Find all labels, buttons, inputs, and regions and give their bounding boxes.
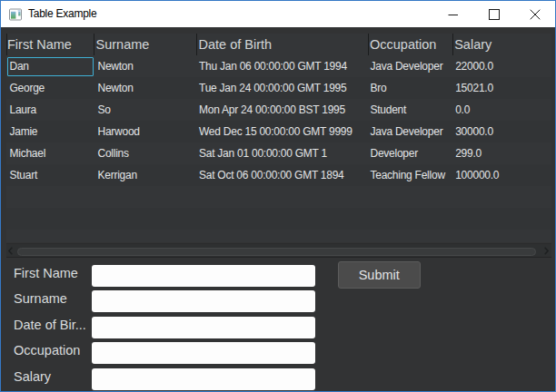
scroll-left-icon[interactable] <box>8 247 13 255</box>
maximize-icon <box>489 9 500 20</box>
table-cell[interactable]: Laura <box>6 99 94 121</box>
table-cell[interactable]: Collins <box>94 142 196 164</box>
form-label-salary: Salary <box>14 366 51 387</box>
table-cell[interactable]: Bro <box>368 77 452 99</box>
table-cell[interactable]: Dan <box>6 55 94 77</box>
table-cell[interactable]: Kerrigan <box>94 164 196 186</box>
form-label-date-of-birth: Date of Bir... <box>14 314 86 336</box>
table-header-row: First NameSurnameDate of BirthOccupation… <box>6 34 551 55</box>
table-row[interactable]: StuartKerriganSat Oct 06 00:00:00 GMT 18… <box>6 164 551 186</box>
column-header-first-name[interactable]: First Name <box>6 34 94 55</box>
table-cell[interactable]: Thu Jan 06 00:00:00 GMT 1994 <box>196 55 368 77</box>
table-cell[interactable]: Wed Dec 15 00:00:00 GMT 9999 <box>196 121 368 142</box>
table: First NameSurnameDate of BirthOccupation… <box>6 33 551 258</box>
table-cell[interactable]: So <box>94 99 196 121</box>
table-cell[interactable]: Tue Jan 24 00:00:00 GMT 1995 <box>196 77 368 99</box>
table-cell[interactable]: 0.0 <box>452 99 551 121</box>
horizontal-scrollbar[interactable] <box>6 243 551 258</box>
salary-input[interactable] <box>92 368 315 390</box>
maximize-button[interactable] <box>473 1 514 27</box>
table-cell[interactable]: 100000.0 <box>452 164 551 186</box>
table-cell[interactable]: 15021.0 <box>452 77 551 99</box>
submit-button[interactable]: Submit <box>338 261 421 289</box>
table-row-background <box>6 230 551 242</box>
first-name-input[interactable] <box>92 265 315 287</box>
table-cell[interactable]: Stuart <box>6 164 94 186</box>
minimize-button[interactable] <box>432 1 473 27</box>
table-cell[interactable]: Mon Apr 24 00:00:00 BST 1995 <box>196 99 368 121</box>
column-header-occupation[interactable]: Occupation <box>368 34 452 55</box>
table-cell[interactable]: Developer <box>368 142 452 164</box>
table-row[interactable]: LauraSoMon Apr 24 00:00:00 BST 1995Stude… <box>6 99 551 121</box>
title-bar[interactable]: Table Example <box>1 1 555 27</box>
table-cell[interactable]: Sat Oct 06 00:00:00 GMT 1894 <box>196 164 368 186</box>
table-cell[interactable]: 30000.0 <box>452 121 551 142</box>
table-cell[interactable]: Harwood <box>94 121 196 142</box>
scroll-right-icon[interactable] <box>544 247 549 255</box>
table-cell[interactable]: Sat Jan 01 00:00:00 GMT 1 <box>196 142 368 164</box>
table-cell[interactable]: Teaching Fellow <box>368 164 452 186</box>
occupation-input[interactable] <box>92 342 315 364</box>
app-icon <box>9 8 22 21</box>
app-window: Table Example First NameSurnameDate of B… <box>0 0 556 392</box>
form-label-first-name: First Name <box>14 262 78 284</box>
surname-input[interactable] <box>92 290 315 312</box>
table-row-background <box>6 208 551 230</box>
table-cell[interactable]: 22000.0 <box>452 55 551 77</box>
form-label-surname: Surname <box>14 288 67 309</box>
table-cell[interactable]: Java Developer <box>368 121 452 142</box>
table-cell[interactable]: Michael <box>6 142 94 164</box>
close-icon <box>530 9 541 20</box>
table-cell[interactable]: Student <box>368 99 452 121</box>
column-header-date-of-birth[interactable]: Date of Birth <box>196 34 368 55</box>
table-cell[interactable]: 299.0 <box>452 142 551 164</box>
column-header-salary[interactable]: Salary <box>452 34 551 55</box>
table-row[interactable]: DanNewtonThu Jan 06 00:00:00 GMT 1994Jav… <box>6 55 551 77</box>
table-cell[interactable]: Java Developer <box>368 55 452 77</box>
window-title: Table Example <box>28 1 96 27</box>
table-cell[interactable]: Newton <box>94 55 196 77</box>
form-label-occupation: Occupation <box>14 339 80 361</box>
table-cell[interactable]: Newton <box>94 77 196 99</box>
minimize-icon <box>448 9 459 20</box>
table-row-background <box>6 186 551 208</box>
scrollbar-thumb[interactable] <box>17 248 536 256</box>
date-of-birth-input[interactable] <box>92 317 315 338</box>
table-cell[interactable]: Jamie <box>6 121 94 142</box>
column-header-surname[interactable]: Surname <box>94 34 196 55</box>
table-cell[interactable]: George <box>6 77 94 99</box>
table-row[interactable]: MichaelCollinsSat Jan 01 00:00:00 GMT 1D… <box>6 142 551 164</box>
table-row[interactable]: JamieHarwoodWed Dec 15 00:00:00 GMT 9999… <box>6 121 551 142</box>
close-button[interactable] <box>514 1 555 27</box>
table-row[interactable]: GeorgeNewtonTue Jan 24 00:00:00 GMT 1995… <box>6 77 551 99</box>
